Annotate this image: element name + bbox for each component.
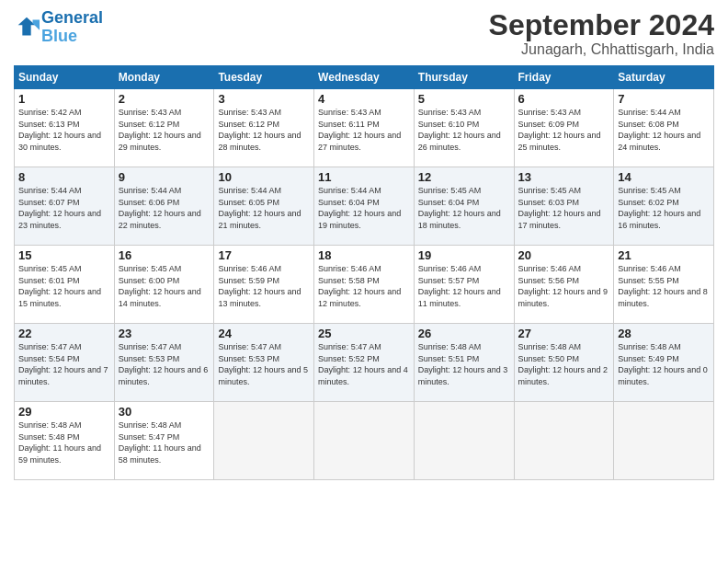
day-number: 24 — [218, 327, 310, 340]
table-row: 6Sunrise: 5:43 AMSunset: 6:09 PMDaylight… — [514, 89, 614, 167]
day-number: 8 — [18, 170, 110, 184]
day-number: 27 — [518, 327, 610, 340]
day-info: Sunrise: 5:48 AMSunset: 5:47 PMDaylight:… — [119, 419, 210, 465]
day-info: Sunrise: 5:48 AMSunset: 5:49 PMDaylight:… — [618, 341, 710, 387]
day-number: 10 — [218, 170, 310, 184]
day-info: Sunrise: 5:47 AMSunset: 5:54 PMDaylight:… — [18, 341, 110, 387]
header-monday: Monday — [114, 66, 214, 89]
day-number: 25 — [318, 327, 410, 340]
table-row: 17Sunrise: 5:46 AMSunset: 5:59 PMDayligh… — [214, 246, 314, 324]
day-info: Sunrise: 5:43 AMSunset: 6:12 PMDaylight:… — [119, 107, 210, 153]
table-row: 16Sunrise: 5:45 AMSunset: 6:00 PMDayligh… — [114, 246, 214, 324]
day-number: 23 — [119, 327, 210, 340]
day-info: Sunrise: 5:48 AMSunset: 5:50 PMDaylight:… — [518, 341, 610, 387]
day-info: Sunrise: 5:46 AMSunset: 5:59 PMDaylight:… — [218, 263, 310, 309]
header-tuesday: Tuesday — [214, 66, 314, 89]
table-row: 22Sunrise: 5:47 AMSunset: 5:54 PMDayligh… — [15, 324, 115, 402]
day-info: Sunrise: 5:44 AMSunset: 6:08 PMDaylight:… — [618, 107, 710, 153]
header-sunday: Sunday — [15, 66, 115, 89]
table-row: 23Sunrise: 5:47 AMSunset: 5:53 PMDayligh… — [114, 324, 214, 402]
day-info: Sunrise: 5:45 AMSunset: 6:02 PMDaylight:… — [618, 185, 710, 231]
day-number: 12 — [418, 170, 510, 184]
day-number: 9 — [119, 170, 210, 184]
day-number: 29 — [18, 405, 110, 419]
table-row: 1Sunrise: 5:42 AMSunset: 6:13 PMDaylight… — [15, 89, 115, 167]
header-thursday: Thursday — [414, 66, 514, 89]
day-number: 26 — [418, 327, 510, 340]
table-row: 29Sunrise: 5:48 AMSunset: 5:48 PMDayligh… — [15, 402, 115, 480]
day-info: Sunrise: 5:42 AMSunset: 6:13 PMDaylight:… — [18, 107, 110, 153]
day-info: Sunrise: 5:48 AMSunset: 5:51 PMDaylight:… — [418, 341, 510, 387]
table-row: 20Sunrise: 5:46 AMSunset: 5:56 PMDayligh… — [514, 246, 614, 324]
day-info: Sunrise: 5:43 AMSunset: 6:09 PMDaylight:… — [518, 107, 610, 153]
day-info: Sunrise: 5:43 AMSunset: 6:10 PMDaylight:… — [418, 107, 510, 153]
day-number: 30 — [119, 405, 210, 419]
table-row — [614, 402, 714, 480]
day-info: Sunrise: 5:45 AMSunset: 6:01 PMDaylight:… — [18, 263, 110, 309]
table-row: 9Sunrise: 5:44 AMSunset: 6:06 PMDaylight… — [114, 167, 214, 246]
table-row: 19Sunrise: 5:46 AMSunset: 5:57 PMDayligh… — [414, 246, 514, 324]
day-info: Sunrise: 5:46 AMSunset: 5:56 PMDaylight:… — [518, 263, 610, 309]
day-number: 21 — [618, 248, 710, 262]
table-row: 30Sunrise: 5:48 AMSunset: 5:47 PMDayligh… — [114, 402, 214, 480]
day-number: 16 — [119, 248, 210, 262]
title-block: September 2024 Junagarh, Chhattisgarh, I… — [489, 9, 714, 58]
table-row: 24Sunrise: 5:47 AMSunset: 5:53 PMDayligh… — [214, 324, 314, 402]
day-info: Sunrise: 5:47 AMSunset: 5:53 PMDaylight:… — [218, 341, 310, 387]
logo-icon — [14, 15, 40, 40]
day-info: Sunrise: 5:43 AMSunset: 6:11 PMDaylight:… — [318, 107, 410, 153]
day-info: Sunrise: 5:46 AMSunset: 5:55 PMDaylight:… — [618, 263, 710, 309]
table-row — [514, 402, 614, 480]
table-row: 10Sunrise: 5:44 AMSunset: 6:05 PMDayligh… — [214, 167, 314, 246]
day-number: 5 — [418, 92, 510, 106]
day-info: Sunrise: 5:44 AMSunset: 6:06 PMDaylight:… — [119, 185, 210, 231]
day-info: Sunrise: 5:45 AMSunset: 6:03 PMDaylight:… — [518, 185, 610, 231]
calendar-week-row: 22Sunrise: 5:47 AMSunset: 5:54 PMDayligh… — [15, 324, 714, 402]
day-info: Sunrise: 5:43 AMSunset: 6:12 PMDaylight:… — [218, 107, 310, 153]
day-info: Sunrise: 5:46 AMSunset: 5:58 PMDaylight:… — [318, 263, 410, 309]
svg-marker-1 — [33, 19, 40, 29]
logo: General Blue — [14, 9, 103, 46]
day-number: 2 — [119, 92, 210, 106]
day-number: 22 — [18, 327, 110, 340]
logo-text: General Blue — [41, 9, 103, 46]
day-number: 4 — [318, 92, 410, 106]
header-saturday: Saturday — [614, 66, 714, 89]
day-info: Sunrise: 5:44 AMSunset: 6:07 PMDaylight:… — [18, 185, 110, 231]
day-number: 13 — [518, 170, 610, 184]
calendar-week-row: 8Sunrise: 5:44 AMSunset: 6:07 PMDaylight… — [15, 167, 714, 246]
calendar-week-row: 29Sunrise: 5:48 AMSunset: 5:48 PMDayligh… — [15, 402, 714, 480]
table-row: 11Sunrise: 5:44 AMSunset: 6:04 PMDayligh… — [314, 167, 415, 246]
day-number: 3 — [218, 92, 310, 106]
calendar-week-row: 15Sunrise: 5:45 AMSunset: 6:01 PMDayligh… — [15, 246, 714, 324]
day-info: Sunrise: 5:47 AMSunset: 5:53 PMDaylight:… — [119, 341, 210, 387]
table-row: 8Sunrise: 5:44 AMSunset: 6:07 PMDaylight… — [15, 167, 115, 246]
day-info: Sunrise: 5:44 AMSunset: 6:05 PMDaylight:… — [218, 185, 310, 231]
day-number: 7 — [618, 92, 710, 106]
day-number: 14 — [618, 170, 710, 184]
day-info: Sunrise: 5:46 AMSunset: 5:57 PMDaylight:… — [418, 263, 510, 309]
table-row: 7Sunrise: 5:44 AMSunset: 6:08 PMDaylight… — [614, 89, 714, 167]
day-info: Sunrise: 5:48 AMSunset: 5:48 PMDaylight:… — [18, 419, 110, 465]
day-number: 20 — [518, 248, 610, 262]
table-row: 27Sunrise: 5:48 AMSunset: 5:50 PMDayligh… — [514, 324, 614, 402]
table-row: 12Sunrise: 5:45 AMSunset: 6:04 PMDayligh… — [414, 167, 514, 246]
day-info: Sunrise: 5:44 AMSunset: 6:04 PMDaylight:… — [318, 185, 410, 231]
table-row: 2Sunrise: 5:43 AMSunset: 6:12 PMDaylight… — [114, 89, 214, 167]
day-number: 19 — [418, 248, 510, 262]
table-row: 18Sunrise: 5:46 AMSunset: 5:58 PMDayligh… — [314, 246, 415, 324]
table-row: 5Sunrise: 5:43 AMSunset: 6:10 PMDaylight… — [414, 89, 514, 167]
header-wednesday: Wednesday — [314, 66, 415, 89]
table-row — [314, 402, 415, 480]
calendar: Sunday Monday Tuesday Wednesday Thursday… — [14, 65, 714, 480]
table-row: 26Sunrise: 5:48 AMSunset: 5:51 PMDayligh… — [414, 324, 514, 402]
day-number: 28 — [618, 327, 710, 340]
table-row: 3Sunrise: 5:43 AMSunset: 6:12 PMDaylight… — [214, 89, 314, 167]
day-number: 15 — [18, 248, 110, 262]
table-row: 4Sunrise: 5:43 AMSunset: 6:11 PMDaylight… — [314, 89, 415, 167]
table-row: 28Sunrise: 5:48 AMSunset: 5:49 PMDayligh… — [614, 324, 714, 402]
day-number: 11 — [318, 170, 410, 184]
day-info: Sunrise: 5:47 AMSunset: 5:52 PMDaylight:… — [318, 341, 410, 387]
page-title: September 2024 — [489, 9, 714, 41]
day-number: 18 — [318, 248, 410, 262]
